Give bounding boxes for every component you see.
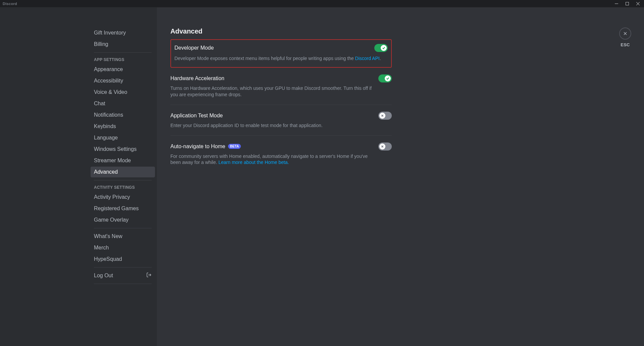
sidebar-item-log-out[interactable]: Log Out — [91, 270, 155, 281]
divider — [94, 267, 152, 268]
sidebar-item-notifications[interactable]: Notifications — [91, 110, 155, 120]
application-test-mode-toggle[interactable] — [378, 112, 392, 120]
app-name: Discord — [3, 2, 17, 6]
sidebar-item-windows-settings[interactable]: Windows Settings — [91, 144, 155, 155]
maximize-button[interactable] — [623, 0, 632, 7]
svg-rect-1 — [626, 2, 629, 5]
divider — [94, 284, 152, 284]
sidebar-item-gift-inventory[interactable]: Gift Inventory — [91, 27, 155, 38]
sidebar-header-activity-settings: ACTIVITY SETTINGS — [91, 183, 155, 192]
settings-sidebar: Gift Inventory Billing APP SETTINGS Appe… — [0, 7, 157, 346]
auto-navigate-home-toggle[interactable] — [378, 142, 392, 151]
page-title: Advanced — [170, 27, 392, 35]
sidebar-item-language[interactable]: Language — [91, 132, 155, 143]
sidebar-item-appearance[interactable]: Appearance — [91, 64, 155, 75]
divider — [94, 52, 152, 53]
developer-mode-desc-post: . — [380, 56, 381, 61]
developer-mode-title: Developer Mode — [174, 45, 214, 51]
auto-navigate-home-title: Auto-navigate to Home BETA — [170, 143, 241, 150]
esc-label: ESC — [621, 42, 630, 47]
developer-mode-highlight: Developer Mode Developer Mode exposes co… — [170, 39, 392, 68]
sidebar-item-chat[interactable]: Chat — [91, 98, 155, 109]
titlebar: Discord — [0, 0, 644, 7]
sidebar-item-hypesquad[interactable]: HypeSquad — [91, 254, 155, 265]
window-controls — [612, 0, 643, 7]
minimize-button[interactable] — [612, 0, 621, 7]
hardware-acceleration-description: Turns on Hardware Acceleration, which us… — [170, 85, 378, 98]
auto-navigate-home-title-text: Auto-navigate to Home — [170, 143, 225, 150]
close-settings: ESC — [619, 27, 631, 47]
sidebar-item-advanced[interactable]: Advanced — [91, 167, 155, 177]
close-button[interactable] — [619, 27, 631, 40]
sidebar-item-keybinds[interactable]: Keybinds — [91, 121, 155, 132]
home-beta-link[interactable]: Learn more about the Home beta. — [218, 160, 289, 165]
developer-mode-desc-pre: Developer Mode exposes context menu item… — [174, 56, 355, 61]
log-out-label: Log Out — [94, 273, 113, 279]
application-test-mode-description: Enter your Discord application ID to ena… — [170, 122, 378, 129]
sidebar-item-activity-privacy[interactable]: Activity Privacy — [91, 192, 155, 203]
divider — [94, 228, 152, 228]
hardware-acceleration-toggle[interactable] — [378, 74, 392, 82]
developer-mode-toggle[interactable] — [374, 44, 388, 52]
sidebar-item-game-overlay[interactable]: Game Overlay — [91, 215, 155, 225]
sidebar-item-accessibility[interactable]: Accessibility — [91, 75, 155, 86]
settings-content: Advanced Developer Mode Developer Mode e… — [157, 7, 644, 346]
discord-api-link[interactable]: Discord API — [355, 56, 380, 61]
logout-icon — [146, 272, 152, 279]
auto-navigate-home-description: For community servers with Home enabled,… — [170, 153, 378, 166]
application-test-mode-title: Application Test Mode — [170, 113, 223, 119]
hardware-acceleration-title: Hardware Acceleration — [170, 75, 224, 81]
divider — [94, 180, 152, 180]
sidebar-item-whats-new[interactable]: What's New — [91, 231, 155, 242]
close-window-button[interactable] — [633, 0, 643, 7]
sidebar-item-streamer-mode[interactable]: Streamer Mode — [91, 155, 155, 166]
beta-badge: BETA — [228, 144, 241, 149]
sidebar-header-app-settings: APP SETTINGS — [91, 55, 155, 64]
sidebar-item-billing[interactable]: Billing — [91, 39, 155, 50]
sidebar-item-registered-games[interactable]: Registered Games — [91, 203, 155, 214]
sidebar-item-merch[interactable]: Merch — [91, 242, 155, 253]
developer-mode-description: Developer Mode exposes context menu item… — [174, 55, 382, 62]
sidebar-item-voice-video[interactable]: Voice & Video — [91, 87, 155, 98]
